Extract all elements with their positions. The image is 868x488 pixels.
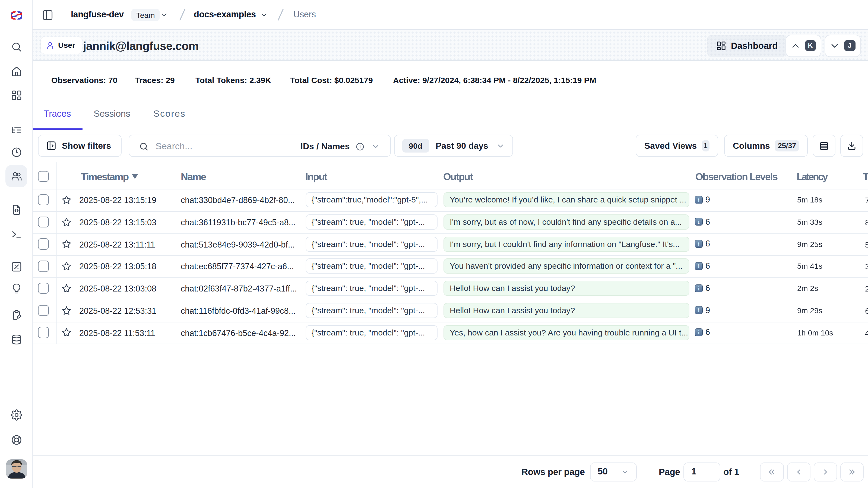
svg-text:i: i xyxy=(698,330,700,335)
svg-text:i: i xyxy=(698,285,700,291)
svg-text:i: i xyxy=(698,263,700,269)
svg-text:i: i xyxy=(698,307,700,313)
svg-text:i: i xyxy=(698,197,700,203)
svg-text:i: i xyxy=(698,241,700,247)
svg-text:i: i xyxy=(698,219,700,225)
